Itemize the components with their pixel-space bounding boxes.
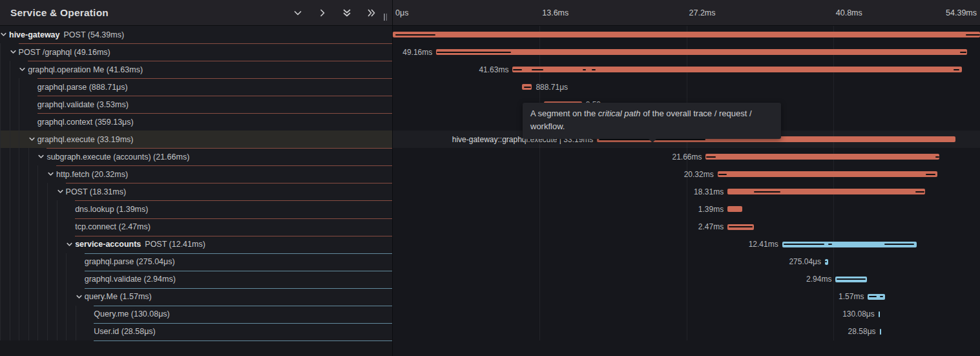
indent-guide <box>19 113 28 131</box>
span-tree-row[interactable]: POST (18.31ms) <box>0 183 392 200</box>
span-tree-row[interactable]: graphql.validate (3.53ms) <box>0 96 392 113</box>
timeline-row[interactable]: 130.08μs <box>393 306 980 323</box>
span-name-label: User.id (28.58μs) <box>94 327 155 336</box>
timeline-row[interactable] <box>393 26 980 43</box>
span-bar[interactable] <box>868 294 884 300</box>
indent-guide <box>37 253 47 271</box>
span-tree-row[interactable]: tcp.connect (2.47ms) <box>0 218 392 236</box>
timeline-row[interactable]: 20.32ms <box>393 165 980 183</box>
indent-guide <box>0 236 10 253</box>
collapse-chevron-icon[interactable] <box>76 288 85 306</box>
timeline-row[interactable]: 18.31ms <box>393 183 980 200</box>
indent-guide <box>37 200 47 218</box>
span-bar[interactable] <box>718 171 937 177</box>
span-bar[interactable] <box>825 259 828 265</box>
collapse-chevron-icon[interactable] <box>66 236 75 253</box>
indent-guide <box>19 78 28 96</box>
span-bar[interactable] <box>512 67 961 72</box>
timeline-row[interactable]: 41.63ms <box>393 61 980 78</box>
span-name-label: graphql.execute (33.19ms) <box>37 135 134 144</box>
span-bar[interactable] <box>727 189 924 194</box>
span-tree-row[interactable]: subgraph.execute (accounts) (21.66ms) <box>0 148 392 165</box>
span-bar[interactable] <box>727 206 742 212</box>
critical-path-segment <box>592 69 596 70</box>
collapse-chevron-icon[interactable] <box>57 183 66 200</box>
chevron-spacer <box>76 253 85 271</box>
timeline-body: 49.16ms41.63ms888.71μs3.53ms359.13μshive… <box>393 26 980 356</box>
critical-path-segment <box>935 156 939 158</box>
span-bar[interactable] <box>436 49 967 55</box>
indent-guide <box>66 253 76 271</box>
timeline-row[interactable]: 49.16ms <box>393 43 980 61</box>
span-tree-row[interactable]: dns.lookup (1.39ms) <box>0 200 392 218</box>
span-bar[interactable] <box>522 84 532 90</box>
span-tree-row[interactable]: hive-gatewayPOST (54.39ms) <box>0 26 392 43</box>
indent-guide <box>19 253 28 271</box>
span-duration-label: 130.08μs <box>842 309 875 319</box>
service-name: hive-gateway <box>9 30 60 39</box>
span-duration-label: 18.31ms <box>694 187 724 196</box>
indent-guide <box>28 165 38 183</box>
span-bar[interactable] <box>727 224 754 230</box>
timeline-row[interactable]: 12.41ms <box>393 236 980 253</box>
span-tree-row[interactable]: graphql.context (359.13μs) <box>0 113 392 131</box>
collapse-chevron-icon[interactable] <box>0 26 9 43</box>
collapse-chevron-icon[interactable] <box>28 131 37 148</box>
critical-path-segment <box>524 87 530 88</box>
indent-guide <box>37 306 47 323</box>
collapse-chevron-icon[interactable] <box>19 61 28 78</box>
span-name-label: http.fetch (20.32ms) <box>56 170 128 179</box>
critical-path-segment <box>828 244 831 245</box>
indent-guide <box>0 288 10 306</box>
span-duration-label: 21.66ms <box>672 152 702 162</box>
indent-guide <box>19 200 28 218</box>
span-name-label: subgraph.execute (accounts) (21.66ms) <box>47 152 189 162</box>
span-bar[interactable] <box>782 242 917 247</box>
span-tree-row[interactable]: User.id (28.58μs) <box>0 323 392 340</box>
double-chevron-right-icon[interactable] <box>364 6 379 20</box>
indent-guide <box>28 323 38 340</box>
span-tree-row[interactable]: graphql.operation Me (41.63ms) <box>0 61 392 78</box>
span-name-label: Query.me (130.08μs) <box>94 309 169 319</box>
timeline-row[interactable]: 1.39ms <box>393 200 980 218</box>
chevron-right-icon[interactable] <box>315 6 329 20</box>
timeline-tick: 54.39ms <box>946 8 977 17</box>
span-tree-row[interactable]: service-accountsPOST (12.41ms) <box>0 236 392 253</box>
timeline-row[interactable]: 888.71μs <box>393 78 980 96</box>
indent-guide <box>0 218 10 236</box>
collapse-chevron-icon[interactable] <box>10 43 19 61</box>
span-bar[interactable] <box>835 277 867 282</box>
critical-path-segment <box>784 244 824 245</box>
collapse-chevron-icon[interactable] <box>37 148 47 165</box>
span-tree-row[interactable]: query.Me (1.57ms) <box>0 288 392 306</box>
timeline-row[interactable]: 2.47ms <box>393 218 980 236</box>
indent-guide <box>28 288 38 306</box>
timeline-row[interactable]: 1.57ms <box>393 288 980 306</box>
indent-guide <box>57 288 67 306</box>
indent-guide <box>57 306 67 323</box>
timeline-row[interactable]: 21.66ms <box>393 148 980 165</box>
timeline-row[interactable]: 28.58μs <box>393 323 980 340</box>
span-tree-row[interactable]: graphql.parse (888.71μs) <box>0 78 392 96</box>
span-tree-row[interactable]: graphql.parse (275.04μs) <box>0 253 392 271</box>
indent-guide <box>10 323 19 340</box>
span-tree-row[interactable]: http.fetch (20.32ms) <box>0 165 392 183</box>
double-chevron-down-icon[interactable] <box>340 6 354 20</box>
span-tree-row[interactable]: graphql.validate (2.94ms) <box>0 271 392 288</box>
span-name-label: POST (54.39ms) <box>64 30 125 39</box>
span-bar[interactable] <box>393 32 980 37</box>
span-tree-row[interactable]: POST /graphql (49.16ms) <box>0 43 392 61</box>
span-tree-row[interactable]: Query.me (130.08μs) <box>0 306 392 323</box>
chevron-down-icon[interactable] <box>291 6 305 20</box>
timeline-tick: 40.8ms <box>836 8 862 17</box>
timeline-row[interactable]: 275.04μs <box>393 253 980 271</box>
panel-resize-handle[interactable] <box>384 14 387 21</box>
critical-path-segment <box>532 69 543 70</box>
span-bar[interactable] <box>705 154 939 160</box>
indent-guide <box>57 236 67 253</box>
timeline-row[interactable]: 2.94ms <box>393 271 980 288</box>
span-tree-row[interactable]: graphql.execute (33.19ms) <box>0 131 392 148</box>
span-bar[interactable] <box>880 329 881 335</box>
collapse-chevron-icon[interactable] <box>47 165 56 183</box>
span-bar[interactable] <box>879 311 880 317</box>
